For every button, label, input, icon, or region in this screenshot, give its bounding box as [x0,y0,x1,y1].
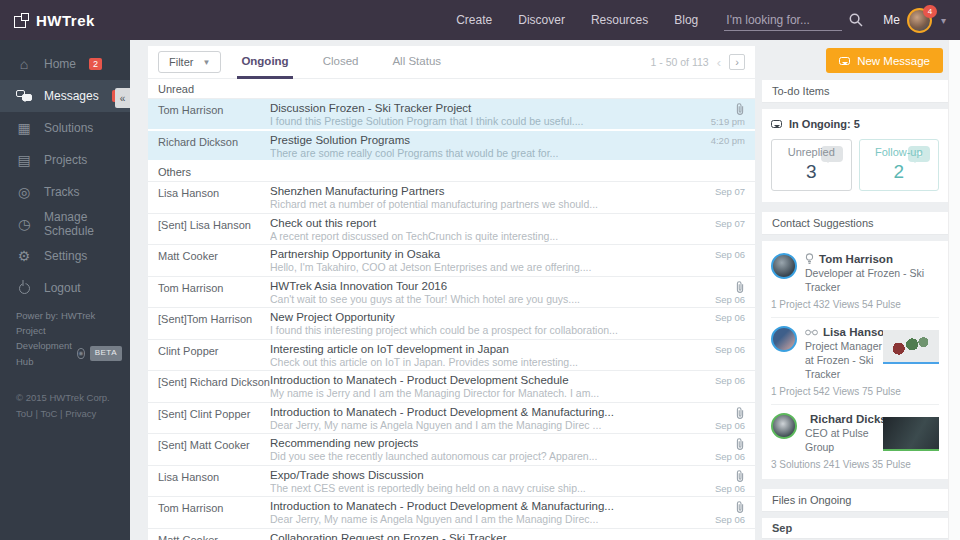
sidebar-item-home[interactable]: ⌂ Home 2 [0,48,130,80]
message-row[interactable]: Matt Cooker Partnership Opportunity in O… [148,245,755,277]
message-row[interactable]: [Sent] Richard Dickson Introduction to M… [148,371,755,403]
nav-blog[interactable]: Blog [674,13,698,27]
tab-all-status[interactable]: All Status [388,46,445,79]
search-bar [724,10,863,31]
sidebar-collapse-button[interactable]: « [115,88,130,108]
contact-suggestions-card: Tom Harrison Developer at Frozen - Ski T… [762,241,948,479]
follow-up-box[interactable]: ★ Follow-up 2 [859,139,940,191]
message-time: Sep 06 [715,451,745,462]
link-privacy[interactable]: Privacy [65,408,96,419]
message-preview: Dear Jerry, My name is Angela Nguyen and… [270,513,693,525]
message-sender: [Sent] Lisa Hanson [148,214,270,245]
message-row[interactable]: [Sent] Lisa Hanson Check out this report… [148,214,755,246]
legal-links: ToU | ToC | Privacy [16,406,110,422]
message-row[interactable]: Clint Popper Interesting article on IoT … [148,340,755,372]
contact-role: Developer at Frozen - Ski Tracker [805,267,939,294]
message-subject: New Project Opportunity [270,311,693,323]
chevron-down-icon[interactable]: ▾ [941,15,946,26]
nav-create[interactable]: Create [456,13,492,27]
attachment-paperclip-icon [735,470,745,483]
sidebar-item-messages[interactable]: Messages 2 [0,80,130,112]
contact-tom-harrison[interactable]: Tom Harrison Developer at Frozen - Ski T… [771,245,939,318]
message-preview: Hello, I'm Takahiro, COO at Jetson Enter… [270,261,693,273]
message-row[interactable]: [Sent] Clint Popper Introduction to Mana… [148,403,755,435]
top-nav: Create Discover Resources Blog [456,13,698,27]
message-time: Sep 06 [715,420,745,431]
new-message-button[interactable]: New Message [826,48,943,73]
link-tou[interactable]: ToU [16,408,33,419]
tracks-icon: ◎ [15,184,33,200]
sidebar-item-label: Projects [44,153,87,167]
sidebar-item-label: Settings [44,249,87,263]
sidebar-item-label: Home [44,57,76,71]
avatar[interactable]: 4 [907,8,932,33]
right-rail-sections: To-do Items In Ongoing: 5 Unreplied 3 ★ … [762,80,948,540]
sidebar-item-tracks[interactable]: ◎ Tracks [0,176,130,208]
notification-badge: 4 [923,5,937,18]
search-icon[interactable] [849,13,863,27]
message-row[interactable]: Tom Harrison HWTrek Asia Innovation Tour… [148,277,755,309]
message-row[interactable]: [Sent] Matt Cooker Recommending new proj… [148,434,755,466]
contact-richard-dickson[interactable]: Richard Dickson CEO at Pulse Group 3 Sol… [771,405,939,477]
others-message-list: Lisa Hanson Shenzhen Manufacturing Partn… [148,182,755,540]
message-preview: Did you see the recently launched autono… [270,450,693,462]
sidebar-item-settings[interactable]: ⚙ Settings [0,240,130,272]
message-subject: Prestige Solution Programs [270,134,693,146]
link-toc[interactable]: ToC [40,408,57,419]
tab-closed[interactable]: Closed [319,46,363,79]
message-subject: Recommending new projects [270,437,693,449]
message-row[interactable]: Tom Harrison Discussion Frozen - Ski Tra… [148,99,755,131]
sidebar-item-projects[interactable]: ▤ Projects [0,144,130,176]
contact-stats: 1 Project 542 Views 75 Pulse [771,386,939,397]
hwtrek-logo-icon [14,13,29,28]
message-subject: Collaboration Request on Frozen - Ski Tr… [270,532,693,540]
message-preview: There are some really cool Programs that… [270,147,693,159]
nav-resources[interactable]: Resources [591,13,648,27]
home-count-badge: 2 [89,58,102,70]
sidebar-item-logout[interactable]: Logout [0,272,130,304]
project-thumbnail [883,330,939,364]
contact-lisa-hanson[interactable]: Lisa Hanson Project Manager at Frozen - … [771,318,939,405]
lightbulb-icon [805,253,814,265]
pagination-prev-icon[interactable]: ‹ [717,55,721,70]
avatar [771,326,797,352]
home-icon: ⌂ [15,56,33,72]
message-preview: A recent report discussed on TechCrunch … [270,230,693,242]
filter-button[interactable]: Filter ▼ [158,51,221,73]
in-ongoing-count: In Ongoing: 5 [789,118,860,130]
nav-discover[interactable]: Discover [518,13,565,27]
message-row[interactable]: [Sent]Tom Harrison New Project Opportuni… [148,308,755,340]
hwtrek-logo[interactable]: HWTrek [14,12,95,29]
message-sender: Tom Harrison [148,497,270,528]
message-sender: Matt Cooker [148,245,270,276]
chat-bubble-icon [839,57,850,65]
solution-thumbnail [883,417,939,451]
message-subject: Shenzhen Manufacturing Partners [270,185,693,197]
sidebar-item-solutions[interactable]: ▦ Solutions [0,112,130,144]
sidebar-item-manage-schedule[interactable]: ◷ Manage Schedule [0,208,130,240]
scrollbar-track[interactable] [948,40,960,540]
message-row[interactable]: Tom Harrison Introduction to Manatech - … [148,497,755,529]
message-row[interactable]: Lisa Hanson Shenzhen Manufacturing Partn… [148,182,755,214]
message-time: Sep 06 [715,375,745,386]
search-input[interactable] [724,10,842,31]
sidebar-item-label: Messages [44,89,99,103]
todo-items-header: To-do Items [762,80,948,103]
message-subject: Expo/Trade shows Discussion [270,469,693,481]
unreplied-box[interactable]: Unreplied 3 [771,139,852,191]
account-menu[interactable]: Me 4 ▾ [883,8,946,33]
pagination-next-button[interactable]: › [729,54,745,70]
powered-by: Power by: HWTrek Project Development Hub… [16,308,122,369]
message-sender: [Sent] Richard Dickson [148,371,270,402]
message-sender: Richard Dickson [148,131,270,161]
message-sender: [Sent] Clint Popper [148,403,270,434]
message-row[interactable]: Lisa Hanson Expo/Trade shows Discussion … [148,466,755,498]
powered-by-line2: Development Hub [16,338,72,368]
left-sidebar: ⌂ Home 2 Messages 2 ▦ Solutions ▤ Projec… [0,40,130,540]
follow-up-label: Follow-up [860,146,939,158]
message-row[interactable]: Richard Dickson Prestige Solution Progra… [148,131,755,163]
message-subject: Partnership Opportunity in Osaka [270,248,693,260]
message-row[interactable]: Matt Cooker Collaboration Request on Fro… [148,529,755,540]
tab-ongoing[interactable]: Ongoing [237,46,292,79]
sidebar-item-label: Logout [44,281,81,295]
